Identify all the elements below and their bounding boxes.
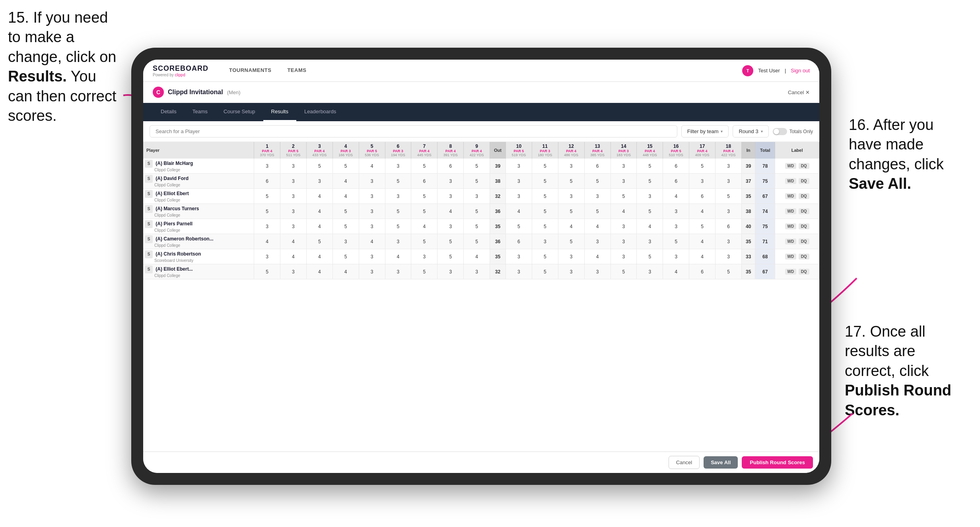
hole-11-score[interactable]: 5 [532, 174, 558, 189]
hole-5-score[interactable]: 3 [359, 174, 385, 189]
hole-8-score[interactable]: 3 [438, 189, 464, 204]
hole-6-score[interactable]: 3 [385, 189, 411, 204]
hole-3-score[interactable]: 4 [306, 189, 332, 204]
nav-teams[interactable]: TEAMS [279, 60, 314, 82]
wd-button[interactable]: WD [785, 193, 797, 199]
hole-4-score[interactable]: 5 [332, 219, 359, 234]
hole-9-score[interactable]: 3 [464, 264, 490, 279]
hole-2-score[interactable]: 4 [280, 234, 306, 249]
hole-6-score[interactable]: 5 [385, 219, 411, 234]
hole-3-score[interactable]: 4 [306, 264, 332, 279]
hole-11-score[interactable]: 5 [532, 264, 558, 279]
hole-15-score[interactable]: 3 [637, 189, 663, 204]
hole-6-score[interactable]: 5 [385, 174, 411, 189]
hole-15-score[interactable]: 4 [637, 219, 663, 234]
hole-12-score[interactable]: 5 [558, 174, 584, 189]
tab-leaderboards[interactable]: Leaderboards [296, 103, 344, 121]
dq-button[interactable]: DQ [799, 238, 809, 244]
hole-12-score[interactable]: 5 [558, 234, 584, 249]
hole-13-score[interactable]: 6 [584, 159, 611, 174]
hole-1-score[interactable]: 5 [254, 204, 280, 219]
hole-18-score[interactable]: 3 [716, 204, 742, 219]
hole-3-score[interactable]: 4 [306, 249, 332, 264]
hole-2-score[interactable]: 3 [280, 204, 306, 219]
hole-4-score[interactable]: 4 [332, 264, 359, 279]
publish-round-scores-button[interactable]: Publish Round Scores [742, 456, 813, 469]
hole-9-score[interactable]: 5 [464, 234, 490, 249]
hole-2-score[interactable]: 3 [280, 264, 306, 279]
hole-14-score[interactable]: 3 [611, 219, 637, 234]
hole-5-score[interactable]: 3 [359, 219, 385, 234]
hole-9-score[interactable]: 5 [464, 204, 490, 219]
hole-17-score[interactable]: 5 [689, 219, 716, 234]
hole-15-score[interactable]: 3 [637, 264, 663, 279]
wd-button[interactable]: WD [785, 208, 797, 214]
hole-8-score[interactable]: 3 [438, 174, 464, 189]
cancel-button[interactable]: Cancel [669, 456, 700, 469]
hole-2-score[interactable]: 3 [280, 219, 306, 234]
hole-7-score[interactable]: 5 [411, 234, 438, 249]
wd-button[interactable]: WD [785, 163, 797, 169]
hole-14-score[interactable]: 4 [611, 204, 637, 219]
hole-18-score[interactable]: 3 [716, 249, 742, 264]
tab-course-setup[interactable]: Course Setup [216, 103, 263, 121]
hole-3-score[interactable]: 4 [306, 219, 332, 234]
hole-17-score[interactable]: 6 [689, 264, 716, 279]
hole-1-score[interactable]: 5 [254, 264, 280, 279]
wd-button[interactable]: WD [785, 238, 797, 244]
hole-14-score[interactable]: 3 [611, 234, 637, 249]
hole-11-score[interactable]: 5 [532, 249, 558, 264]
hole-15-score[interactable]: 5 [637, 249, 663, 264]
wd-button[interactable]: WD [785, 254, 797, 260]
hole-4-score[interactable]: 4 [332, 189, 359, 204]
hole-16-score[interactable]: 3 [663, 249, 689, 264]
hole-18-score[interactable]: 3 [716, 174, 742, 189]
hole-9-score[interactable]: 4 [464, 249, 490, 264]
hole-16-score[interactable]: 6 [663, 159, 689, 174]
hole-4-score[interactable]: 5 [332, 204, 359, 219]
hole-15-score[interactable]: 5 [637, 159, 663, 174]
dq-button[interactable]: DQ [799, 178, 809, 184]
tab-details[interactable]: Details [153, 103, 185, 121]
hole-16-score[interactable]: 5 [663, 234, 689, 249]
hole-18-score[interactable]: 6 [716, 219, 742, 234]
hole-8-score[interactable]: 5 [438, 234, 464, 249]
hole-11-score[interactable]: 5 [532, 204, 558, 219]
hole-2-score[interactable]: 3 [280, 159, 306, 174]
hole-15-score[interactable]: 5 [637, 174, 663, 189]
hole-5-score[interactable]: 3 [359, 249, 385, 264]
hole-3-score[interactable]: 5 [306, 159, 332, 174]
hole-11-score[interactable]: 5 [532, 219, 558, 234]
hole-10-score[interactable]: 3 [506, 249, 532, 264]
hole-14-score[interactable]: 5 [611, 189, 637, 204]
hole-13-score[interactable]: 3 [584, 189, 611, 204]
hole-13-score[interactable]: 5 [584, 174, 611, 189]
hole-4-score[interactable]: 4 [332, 174, 359, 189]
hole-7-score[interactable]: 5 [411, 204, 438, 219]
tab-results[interactable]: Results [263, 103, 296, 121]
hole-16-score[interactable]: 3 [663, 219, 689, 234]
hole-10-score[interactable]: 3 [506, 159, 532, 174]
hole-10-score[interactable]: 4 [506, 204, 532, 219]
hole-4-score[interactable]: 3 [332, 234, 359, 249]
hole-10-score[interactable]: 3 [506, 189, 532, 204]
hole-2-score[interactable]: 4 [280, 249, 306, 264]
hole-11-score[interactable]: 3 [532, 234, 558, 249]
round-select[interactable]: Round 3 ▾ [733, 125, 768, 138]
hole-1-score[interactable]: 3 [254, 159, 280, 174]
toggle-track[interactable] [773, 128, 787, 135]
hole-4-score[interactable]: 5 [332, 249, 359, 264]
hole-14-score[interactable]: 3 [611, 174, 637, 189]
sign-out-link[interactable]: Sign out [791, 68, 810, 74]
hole-17-score[interactable]: 5 [689, 159, 716, 174]
hole-7-score[interactable]: 5 [411, 264, 438, 279]
hole-8-score[interactable]: 4 [438, 204, 464, 219]
hole-10-score[interactable]: 3 [506, 264, 532, 279]
hole-7-score[interactable]: 5 [411, 189, 438, 204]
hole-12-score[interactable]: 3 [558, 159, 584, 174]
hole-3-score[interactable]: 4 [306, 204, 332, 219]
dq-button[interactable]: DQ [799, 254, 809, 260]
hole-6-score[interactable]: 3 [385, 159, 411, 174]
hole-16-score[interactable]: 3 [663, 204, 689, 219]
hole-6-score[interactable]: 4 [385, 249, 411, 264]
